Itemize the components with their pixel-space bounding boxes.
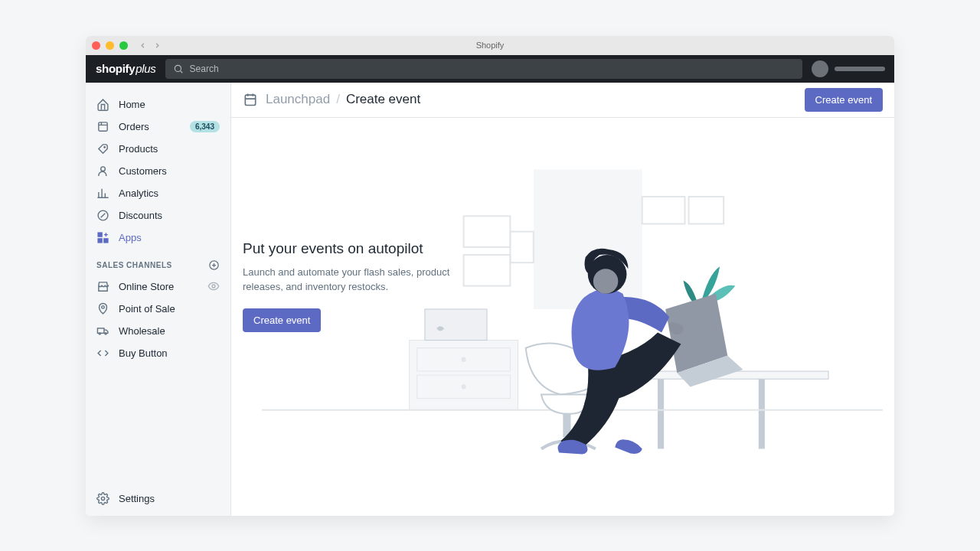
topbar: shopifyplus xyxy=(86,55,894,83)
titlebar: Shopify xyxy=(86,36,894,55)
sidebar-item-apps[interactable]: Apps xyxy=(86,227,230,249)
svg-rect-15 xyxy=(245,95,255,105)
profile-name-placeholder xyxy=(835,67,885,71)
store-icon xyxy=(96,280,109,293)
sidebar-label: Settings xyxy=(119,493,220,504)
sidebar-label: Wholesale xyxy=(119,325,220,337)
maximize-window[interactable] xyxy=(119,41,128,50)
svg-rect-1 xyxy=(99,122,107,130)
sidebar-item-orders[interactable]: Orders 6,343 xyxy=(86,116,230,138)
sidebar-label: Point of Sale xyxy=(119,303,220,315)
orders-icon xyxy=(96,120,109,133)
sidebar-label: Buy Button xyxy=(119,347,220,359)
sidebar-item-online-store[interactable]: Online Store xyxy=(86,276,230,298)
gear-icon xyxy=(96,492,109,505)
view-store-icon[interactable] xyxy=(207,280,220,292)
sidebar-item-buy-button[interactable]: Buy Button xyxy=(86,342,230,364)
svg-point-33 xyxy=(588,255,627,294)
svg-rect-23 xyxy=(759,379,765,448)
breadcrumb-separator: / xyxy=(336,92,340,107)
svg-rect-11 xyxy=(97,328,104,332)
apps-icon xyxy=(96,231,109,244)
sidebar-label: Products xyxy=(119,143,220,155)
hero-title: Put your events on autopilot xyxy=(243,240,465,257)
window-title: Shopify xyxy=(476,41,505,50)
profile-area[interactable] xyxy=(812,60,885,77)
sidebar-item-discounts[interactable]: Discounts xyxy=(86,204,230,227)
svg-rect-25 xyxy=(410,340,518,409)
svg-point-28 xyxy=(462,357,466,361)
back-icon[interactable] xyxy=(139,41,147,50)
avatar xyxy=(812,60,828,77)
svg-rect-26 xyxy=(417,347,511,370)
svg-point-14 xyxy=(101,497,104,500)
sidebar-item-pos[interactable]: Point of Sale xyxy=(86,298,230,320)
svg-rect-27 xyxy=(417,375,511,398)
hero-create-event-button[interactable]: Create event xyxy=(243,308,321,332)
breadcrumb-current: Create event xyxy=(346,92,420,107)
svg-rect-16 xyxy=(534,169,642,308)
minimize-window[interactable] xyxy=(106,41,114,50)
home-icon xyxy=(96,98,109,111)
svg-point-0 xyxy=(175,65,181,71)
search-icon xyxy=(173,64,184,74)
sidebar-label: Home xyxy=(119,99,220,110)
svg-rect-21 xyxy=(510,231,533,262)
breadcrumb: Launchpad / Create event xyxy=(266,92,420,107)
forward-icon[interactable] xyxy=(153,41,162,50)
sidebar-item-customers[interactable]: Customers xyxy=(86,160,230,182)
sidebar-label: Apps xyxy=(119,232,220,243)
breadcrumb-section[interactable]: Launchpad xyxy=(266,92,330,107)
svg-rect-20 xyxy=(464,255,511,286)
svg-rect-32 xyxy=(563,413,570,436)
analytics-icon xyxy=(96,187,109,200)
close-window[interactable] xyxy=(92,41,100,50)
svg-rect-5 xyxy=(98,233,102,236)
sidebar-label: Discounts xyxy=(119,210,220,221)
sales-channels-header: SALES CHANNELS xyxy=(86,249,230,276)
browser-nav xyxy=(139,41,162,50)
svg-rect-22 xyxy=(650,371,828,379)
orders-badge: 6,343 xyxy=(190,121,220,132)
location-icon xyxy=(96,302,109,315)
customers-icon xyxy=(96,165,109,178)
svg-rect-7 xyxy=(98,238,102,242)
sidebar-label: Online Store xyxy=(119,281,198,292)
body: Home Orders 6,343 Products Customers Ana… xyxy=(86,83,894,516)
logo: shopifyplus xyxy=(95,62,156,75)
svg-point-9 xyxy=(212,285,215,288)
svg-rect-6 xyxy=(104,238,108,242)
svg-point-29 xyxy=(462,384,466,389)
launchpad-icon xyxy=(243,92,258,107)
svg-point-3 xyxy=(101,166,106,171)
svg-point-34 xyxy=(593,269,618,293)
sidebar-item-analytics[interactable]: Analytics xyxy=(86,182,230,204)
window-controls xyxy=(92,41,128,50)
section-title: SALES CHANNELS xyxy=(96,261,172,269)
page-header: Launchpad / Create event Create event xyxy=(231,83,894,118)
sidebar-item-settings[interactable]: Settings xyxy=(86,487,230,516)
sidebar: Home Orders 6,343 Products Customers Ana… xyxy=(86,83,231,516)
sidebar-item-wholesale[interactable]: Wholesale xyxy=(86,320,230,342)
svg-point-10 xyxy=(102,305,105,308)
hero: Put your events on autopilot Launch and … xyxy=(243,240,465,332)
products-icon xyxy=(96,142,109,155)
content: Put your events on autopilot Launch and … xyxy=(231,118,894,516)
truck-icon xyxy=(96,324,109,337)
hero-subtitle: Launch and automate your flash sales, pr… xyxy=(243,265,465,295)
search-field[interactable] xyxy=(165,59,802,79)
svg-point-2 xyxy=(104,146,105,147)
svg-rect-18 xyxy=(689,197,724,223)
code-icon xyxy=(96,347,109,360)
sidebar-item-home[interactable]: Home xyxy=(86,93,230,116)
add-channel-icon[interactable] xyxy=(208,259,220,271)
sidebar-item-products[interactable]: Products xyxy=(86,138,230,160)
create-event-button[interactable]: Create event xyxy=(805,88,883,112)
discounts-icon xyxy=(96,209,109,222)
app-window: Shopify shopifyplus Home Orders 6,343 xyxy=(86,36,894,516)
svg-rect-19 xyxy=(464,216,511,247)
search-input[interactable] xyxy=(190,64,795,74)
sidebar-label: Customers xyxy=(119,165,220,177)
sidebar-label: Orders xyxy=(119,121,181,132)
main: Launchpad / Create event Create event xyxy=(231,83,894,516)
